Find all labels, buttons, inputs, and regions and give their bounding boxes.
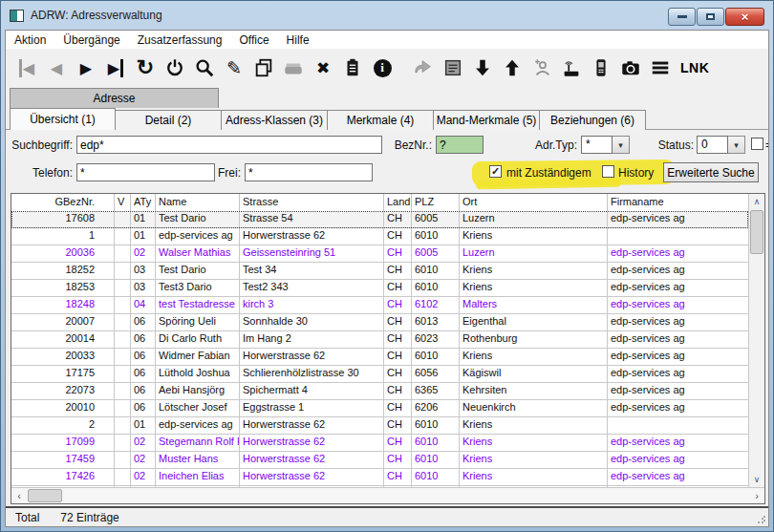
move-down-icon[interactable] [471,55,494,80]
table-row[interactable]: 2001406Di Carlo RuthIm Hang 2CH6023Rothe… [11,331,748,349]
menu-item-4[interactable]: Office [230,32,277,49]
tab-2[interactable]: Detail (2) [116,110,222,130]
table-row[interactable]: 1742602Ineichen EliasHorwerstrasse 62CH6… [11,469,748,486]
edit-icon[interactable] [223,55,246,80]
next-record-icon[interactable] [75,55,97,80]
suchbegriff-input[interactable] [76,136,382,154]
vertical-scroll-thumb[interactable] [750,210,763,254]
menu-item-3[interactable]: Zusatzerfassung [129,32,231,49]
cell-ort: Eigenthal [460,314,608,330]
resize-grip[interactable] [757,515,766,524]
table-row[interactable]: 2001006Lötscher JosefEggstrasse 1CH6206N… [11,400,748,417]
tab-6[interactable]: Beziehungen (6) [540,110,646,130]
cell-firmaname: edp-services ag [608,400,748,416]
mit-zustaendigem-checkbox[interactable] [489,165,502,178]
move-up-icon[interactable] [501,55,524,80]
column-header-ort[interactable]: Ort [460,194,608,211]
scroll-down-icon[interactable]: ∨ [749,472,764,487]
wireless-icon[interactable] [560,55,583,80]
menu-item-5[interactable]: Hilfe [278,32,318,49]
chevron-down-icon[interactable]: ▾ [613,136,630,154]
history-checkbox[interactable] [602,165,614,178]
cell-gbeznr: 20036 [11,245,115,262]
tab-1[interactable]: Übersicht (1) [10,108,116,130]
telefon-input[interactable] [76,163,215,181]
frei-input[interactable] [245,163,373,181]
copy-icon[interactable] [252,55,275,80]
refresh-icon[interactable] [134,55,157,80]
notes-icon[interactable] [441,55,464,80]
title-bar[interactable]: ADRW: Adressverwaltung × [1,1,773,30]
cell-firmaname: edp-services ag [608,297,748,313]
vertical-scrollbar[interactable]: ∧ ∨ [748,194,764,487]
column-header-land[interactable]: Land [384,194,412,211]
scroll-right-icon[interactable]: › [749,488,764,503]
menu-item-2[interactable]: Übergänge [54,32,128,49]
table-row[interactable]: 2000706Spöring UeliSonnhalde 30CH6013Eig… [11,314,748,331]
tab-3[interactable]: Adress-Klassen (3) [222,110,328,130]
mobile-phone-icon[interactable] [590,55,613,80]
search-icon[interactable] [193,55,216,80]
column-header-v[interactable]: V [115,194,131,211]
export-icon[interactable] [412,55,435,80]
column-header-strasse[interactable]: Strasse [240,194,384,211]
table-row[interactable]: 2003306Widmer FabianHorwerstrasse 62CH60… [11,349,748,366]
last-record-icon[interactable] [104,55,127,80]
column-header-firmaname[interactable]: Firmaname [608,194,764,211]
table-row[interactable]: 1824804test Testadressekirch 3CH6102Malt… [11,297,748,314]
add-person-icon[interactable] [530,55,553,80]
table-row[interactable]: 1709902Stegemann Rolf P.Horwerstrasse 62… [11,435,748,452]
info-icon[interactable]: i [371,55,394,80]
cell-firmaname: edp-services ag [608,211,748,227]
cell-strasse: Schlierenhölzlistrasse 30 [240,366,384,382]
lnk-button[interactable]: LNK [680,60,709,75]
equals-checkbox[interactable] [751,138,763,150]
table-row[interactable]: 1825203Test DarioTest 34CH6010Kriensedp-… [11,263,748,280]
cell-gbeznr: 1 [11,228,115,245]
horizontal-scroll-thumb[interactable] [28,489,62,502]
column-header-aty[interactable]: ATy [131,194,156,211]
table-row[interactable]: 2207306Aebi HansjörgSpichermatt 4CH6365K… [11,383,748,400]
tab-5[interactable]: Mand-Merkmale (5) [434,110,540,130]
horizontal-scrollbar[interactable]: ‹ › [11,487,764,503]
tab-adresse[interactable]: Adresse [10,88,219,108]
menu-item-1[interactable]: Aktion [6,32,54,49]
table-row[interactable]: 1745902Muster HansHorwerstrasse 62CH6010… [11,452,748,469]
column-header-plz[interactable]: PLZ [412,194,460,211]
delete-icon[interactable] [312,55,334,80]
cell-land: CH [384,366,412,382]
maximize-button[interactable] [697,8,724,26]
table-row[interactable]: 1717506Lüthold JoshuaSchlierenhölzlistra… [11,366,748,383]
cell-land: CH [384,452,412,468]
beznr-input[interactable] [436,136,484,154]
camera-icon[interactable] [619,55,642,80]
column-header-name[interactable]: Name [156,194,240,211]
first-record-icon[interactable] [15,55,38,80]
table-row[interactable]: 101edp-services agHorwerstrasse 62CH6010… [11,228,748,245]
cell-firmaname: edp-services ag [608,280,748,296]
tab-4[interactable]: Merkmale (4) [328,110,434,130]
chevron-down-icon[interactable]: ▾ [728,136,745,154]
table-row[interactable]: 201edp-services agHorwerstrasse 62CH6010… [11,417,748,435]
cell-name: Lüthold Joshua [156,366,240,382]
cell-ort: Kriens [460,280,608,296]
clipboard-icon[interactable] [341,55,364,80]
erweiterte-suche-button[interactable]: Erweiterte Suche [663,162,759,182]
save-drive-icon[interactable] [282,55,305,80]
minimize-button[interactable] [668,8,696,26]
menu-icon[interactable] [649,55,672,80]
adrtyp-combobox[interactable]: * ▾ [581,136,630,154]
power-icon[interactable] [163,55,186,80]
scroll-left-icon[interactable]: ‹ [11,488,27,503]
close-button[interactable]: × [725,8,764,26]
status-combobox[interactable]: 0 ▾ [697,136,745,154]
mit-zustaendigem-label: mit Zuständigem [506,166,591,180]
scroll-up-icon[interactable]: ∧ [749,194,764,209]
column-header-gbeznr[interactable]: GBezNr. [11,194,115,211]
table-row[interactable]: 2003602Walser MathiasGeissensteinring 51… [11,245,748,263]
table-row[interactable]: 1825303Test3 DarioTest2 343CH6010Kriense… [11,280,748,297]
tab-row: Übersicht (1)Detail (2)Adress-Klassen (3… [10,108,646,130]
frei-label: Frei: [214,166,241,180]
previous-record-icon[interactable] [45,55,68,80]
table-row[interactable]: 1760801Test DarioStrasse 54CH6005Luzerne… [11,211,748,228]
